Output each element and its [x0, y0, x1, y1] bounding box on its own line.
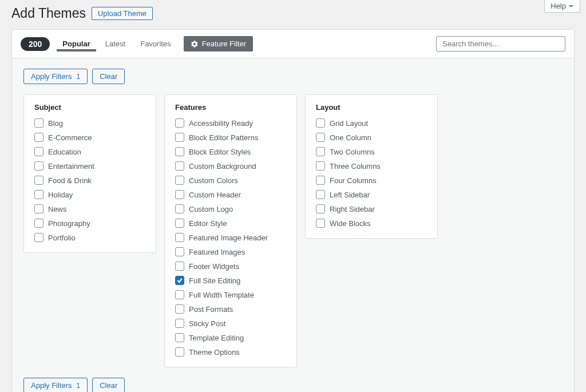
- apply-filters-count: 1: [77, 382, 81, 390]
- filter-option-label: Wide Blocks: [330, 219, 371, 228]
- filter-option-label: E-Commerce: [48, 133, 92, 142]
- apply-filters-count: 1: [77, 73, 81, 81]
- checkbox[interactable]: [175, 262, 184, 271]
- filter-option[interactable]: Custom Header: [175, 190, 286, 199]
- filter-group: SubjectBlogE-CommerceEducationEntertainm…: [23, 94, 156, 253]
- filter-option[interactable]: Template Editing: [175, 333, 286, 342]
- filter-option[interactable]: Food & Drink: [34, 176, 145, 185]
- apply-filters-label: Apply Filters: [31, 72, 72, 81]
- checkbox[interactable]: [175, 304, 184, 314]
- checkbox[interactable]: [175, 204, 184, 213]
- filter-option-label: Footer Widgets: [189, 262, 239, 271]
- checkbox[interactable]: [34, 190, 43, 199]
- filter-option[interactable]: Four Columns: [316, 176, 427, 185]
- apply-filters-button-top[interactable]: Apply Filters 1: [23, 69, 88, 84]
- filter-option[interactable]: Custom Logo: [175, 204, 286, 213]
- filter-option[interactable]: Three Columns: [316, 161, 427, 171]
- checkbox[interactable]: [175, 176, 184, 185]
- filter-option-label: Entertainment: [48, 162, 94, 171]
- page-title: Add Themes: [11, 6, 86, 21]
- filter-option[interactable]: Grid Layout: [316, 118, 427, 128]
- filter-option[interactable]: Education: [34, 147, 145, 156]
- help-label: Help: [551, 2, 566, 10]
- upload-theme-button[interactable]: Upload Theme: [92, 7, 153, 20]
- filter-tab-popular[interactable]: Popular: [57, 36, 96, 52]
- filter-option[interactable]: Block Editor Patterns: [175, 133, 286, 142]
- checkbox[interactable]: [175, 190, 184, 199]
- filter-option[interactable]: Full Width Template: [175, 290, 286, 299]
- filter-tab-latest[interactable]: Latest: [100, 36, 131, 52]
- checkbox[interactable]: [316, 190, 325, 199]
- apply-filters-button-bottom[interactable]: Apply Filters 1: [23, 378, 88, 392]
- checkbox[interactable]: [316, 118, 325, 128]
- checkbox[interactable]: [34, 219, 43, 228]
- filter-option-label: Post Formats: [189, 305, 233, 314]
- filter-option[interactable]: Featured Images: [175, 247, 286, 256]
- filter-option[interactable]: Blog: [34, 118, 145, 128]
- filter-option[interactable]: Custom Colors: [175, 176, 286, 185]
- filter-option[interactable]: Footer Widgets: [175, 262, 286, 271]
- filter-option[interactable]: Featured Image Header: [175, 233, 286, 242]
- checkbox[interactable]: [175, 118, 184, 128]
- checkbox[interactable]: [34, 176, 43, 185]
- checkbox[interactable]: [34, 161, 43, 171]
- help-tab[interactable]: Help: [544, 0, 580, 13]
- theme-count: 200: [21, 37, 50, 51]
- filter-group-title: Features: [175, 103, 286, 112]
- checkbox[interactable]: [175, 133, 184, 142]
- checkbox[interactable]: [175, 233, 184, 242]
- filter-option[interactable]: Post Formats: [175, 304, 286, 314]
- clear-filters-button-top[interactable]: Clear: [92, 69, 125, 84]
- checkbox[interactable]: [316, 161, 325, 171]
- filter-option[interactable]: One Column: [316, 133, 427, 142]
- filter-option[interactable]: Editor Style: [175, 219, 286, 228]
- filter-option-label: Photography: [48, 219, 90, 228]
- checkbox[interactable]: [34, 147, 43, 156]
- checkbox[interactable]: [316, 204, 325, 213]
- filter-option[interactable]: Two Columns: [316, 147, 427, 156]
- filter-option[interactable]: Entertainment: [34, 161, 145, 171]
- filter-option[interactable]: Portfolio: [34, 233, 145, 242]
- filter-option-label: Three Columns: [330, 162, 381, 171]
- filter-option[interactable]: Right Sidebar: [316, 204, 427, 213]
- checkbox[interactable]: [316, 147, 325, 156]
- search-input[interactable]: [436, 36, 565, 52]
- filter-option[interactable]: Accessibility Ready: [175, 118, 286, 128]
- checkbox[interactable]: [316, 176, 325, 185]
- checkbox[interactable]: [175, 319, 184, 328]
- checkbox[interactable]: [34, 133, 43, 142]
- chevron-down-icon: [568, 3, 574, 9]
- filter-option[interactable]: Left Sidebar: [316, 190, 427, 199]
- filter-option[interactable]: Full Site Editing: [175, 276, 286, 285]
- filter-option[interactable]: Block Editor Styles: [175, 147, 286, 156]
- checkbox[interactable]: [34, 118, 43, 128]
- checkbox[interactable]: [175, 347, 184, 357]
- filter-option-label: Sticky Post: [189, 319, 225, 328]
- checkbox[interactable]: [175, 219, 184, 228]
- clear-filters-button-bottom[interactable]: Clear: [92, 378, 125, 392]
- checkbox[interactable]: [175, 276, 184, 285]
- filter-option-label: Theme Options: [189, 348, 240, 357]
- apply-filters-label: Apply Filters: [31, 381, 72, 390]
- filter-option[interactable]: News: [34, 204, 145, 213]
- filter-group-title: Layout: [316, 103, 427, 112]
- filter-option[interactable]: Photography: [34, 219, 145, 228]
- filter-option[interactable]: Holiday: [34, 190, 145, 199]
- checkbox[interactable]: [175, 161, 184, 171]
- filter-option[interactable]: Custom Background: [175, 161, 286, 171]
- filter-option[interactable]: Theme Options: [175, 347, 286, 357]
- filter-tab-favorites[interactable]: Favorites: [134, 36, 176, 52]
- checkbox[interactable]: [175, 147, 184, 156]
- filter-option[interactable]: Wide Blocks: [316, 219, 427, 228]
- filter-option-label: Block Editor Patterns: [189, 133, 258, 142]
- checkbox[interactable]: [175, 290, 184, 299]
- checkbox[interactable]: [175, 247, 184, 256]
- checkbox[interactable]: [316, 219, 325, 228]
- checkbox[interactable]: [316, 133, 325, 142]
- checkbox[interactable]: [34, 204, 43, 213]
- checkbox[interactable]: [34, 233, 43, 242]
- feature-filter-button[interactable]: Feature Filter: [184, 36, 253, 52]
- filter-option[interactable]: E-Commerce: [34, 133, 145, 142]
- checkbox[interactable]: [175, 333, 184, 342]
- filter-option[interactable]: Sticky Post: [175, 319, 286, 328]
